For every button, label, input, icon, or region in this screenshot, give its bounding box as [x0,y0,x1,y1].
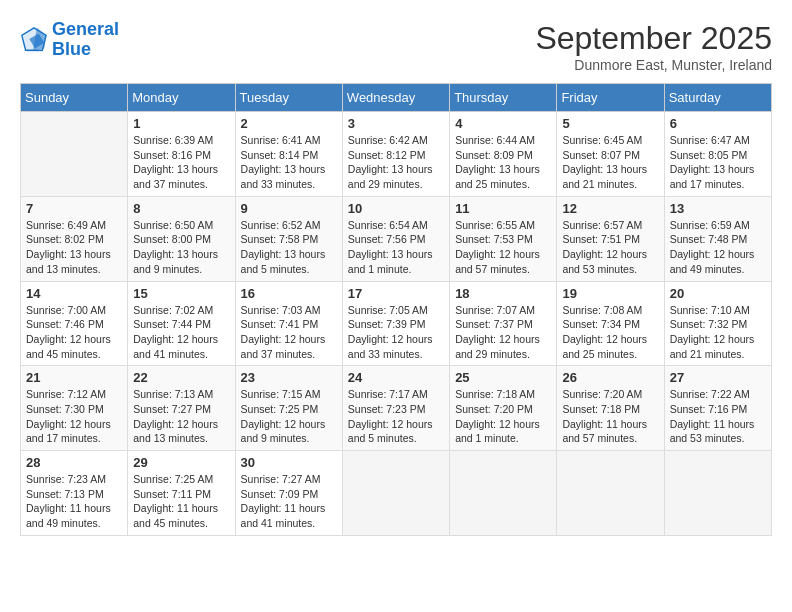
day-number: 14 [26,286,122,301]
day-number: 2 [241,116,337,131]
calendar-cell [664,451,771,536]
day-number: 11 [455,201,551,216]
day-detail: Sunrise: 7:00 AM Sunset: 7:46 PM Dayligh… [26,303,122,362]
day-number: 4 [455,116,551,131]
day-detail: Sunrise: 6:47 AM Sunset: 8:05 PM Dayligh… [670,133,766,192]
calendar-cell: 5Sunrise: 6:45 AM Sunset: 8:07 PM Daylig… [557,112,664,197]
day-number: 5 [562,116,658,131]
calendar-cell: 23Sunrise: 7:15 AM Sunset: 7:25 PM Dayli… [235,366,342,451]
day-number: 19 [562,286,658,301]
day-number: 27 [670,370,766,385]
day-detail: Sunrise: 7:07 AM Sunset: 7:37 PM Dayligh… [455,303,551,362]
day-detail: Sunrise: 6:52 AM Sunset: 7:58 PM Dayligh… [241,218,337,277]
day-detail: Sunrise: 7:27 AM Sunset: 7:09 PM Dayligh… [241,472,337,531]
calendar-cell [342,451,449,536]
calendar-cell: 3Sunrise: 6:42 AM Sunset: 8:12 PM Daylig… [342,112,449,197]
title-block: September 2025 Dunmore East, Munster, Ir… [535,20,772,73]
day-number: 29 [133,455,229,470]
calendar-cell: 30Sunrise: 7:27 AM Sunset: 7:09 PM Dayli… [235,451,342,536]
calendar-cell: 26Sunrise: 7:20 AM Sunset: 7:18 PM Dayli… [557,366,664,451]
logo-icon [20,26,48,54]
day-number: 9 [241,201,337,216]
day-detail: Sunrise: 6:42 AM Sunset: 8:12 PM Dayligh… [348,133,444,192]
day-number: 8 [133,201,229,216]
calendar-week-1: 1Sunrise: 6:39 AM Sunset: 8:16 PM Daylig… [21,112,772,197]
calendar-cell: 25Sunrise: 7:18 AM Sunset: 7:20 PM Dayli… [450,366,557,451]
calendar-cell: 8Sunrise: 6:50 AM Sunset: 8:00 PM Daylig… [128,196,235,281]
day-detail: Sunrise: 7:17 AM Sunset: 7:23 PM Dayligh… [348,387,444,446]
weekday-wednesday: Wednesday [342,84,449,112]
day-number: 24 [348,370,444,385]
calendar-week-4: 21Sunrise: 7:12 AM Sunset: 7:30 PM Dayli… [21,366,772,451]
day-detail: Sunrise: 7:20 AM Sunset: 7:18 PM Dayligh… [562,387,658,446]
calendar-cell: 22Sunrise: 7:13 AM Sunset: 7:27 PM Dayli… [128,366,235,451]
day-detail: Sunrise: 7:10 AM Sunset: 7:32 PM Dayligh… [670,303,766,362]
day-number: 1 [133,116,229,131]
calendar-cell: 27Sunrise: 7:22 AM Sunset: 7:16 PM Dayli… [664,366,771,451]
day-number: 28 [26,455,122,470]
day-number: 20 [670,286,766,301]
weekday-header-row: SundayMondayTuesdayWednesdayThursdayFrid… [21,84,772,112]
calendar-week-3: 14Sunrise: 7:00 AM Sunset: 7:46 PM Dayli… [21,281,772,366]
calendar-cell [557,451,664,536]
day-number: 16 [241,286,337,301]
day-detail: Sunrise: 7:12 AM Sunset: 7:30 PM Dayligh… [26,387,122,446]
day-number: 26 [562,370,658,385]
day-number: 7 [26,201,122,216]
day-number: 18 [455,286,551,301]
day-detail: Sunrise: 6:45 AM Sunset: 8:07 PM Dayligh… [562,133,658,192]
day-number: 23 [241,370,337,385]
calendar-cell: 17Sunrise: 7:05 AM Sunset: 7:39 PM Dayli… [342,281,449,366]
day-detail: Sunrise: 6:55 AM Sunset: 7:53 PM Dayligh… [455,218,551,277]
day-detail: Sunrise: 7:03 AM Sunset: 7:41 PM Dayligh… [241,303,337,362]
day-detail: Sunrise: 7:05 AM Sunset: 7:39 PM Dayligh… [348,303,444,362]
day-number: 25 [455,370,551,385]
calendar-cell: 16Sunrise: 7:03 AM Sunset: 7:41 PM Dayli… [235,281,342,366]
calendar-week-5: 28Sunrise: 7:23 AM Sunset: 7:13 PM Dayli… [21,451,772,536]
calendar-cell [450,451,557,536]
weekday-thursday: Thursday [450,84,557,112]
calendar-cell: 4Sunrise: 6:44 AM Sunset: 8:09 PM Daylig… [450,112,557,197]
calendar-cell: 2Sunrise: 6:41 AM Sunset: 8:14 PM Daylig… [235,112,342,197]
logo-text: GeneralBlue [52,20,119,60]
location-subtitle: Dunmore East, Munster, Ireland [535,57,772,73]
day-detail: Sunrise: 7:18 AM Sunset: 7:20 PM Dayligh… [455,387,551,446]
day-number: 22 [133,370,229,385]
day-number: 3 [348,116,444,131]
day-detail: Sunrise: 7:15 AM Sunset: 7:25 PM Dayligh… [241,387,337,446]
calendar-cell: 1Sunrise: 6:39 AM Sunset: 8:16 PM Daylig… [128,112,235,197]
calendar-cell: 12Sunrise: 6:57 AM Sunset: 7:51 PM Dayli… [557,196,664,281]
day-detail: Sunrise: 6:41 AM Sunset: 8:14 PM Dayligh… [241,133,337,192]
calendar-cell: 15Sunrise: 7:02 AM Sunset: 7:44 PM Dayli… [128,281,235,366]
calendar-body: 1Sunrise: 6:39 AM Sunset: 8:16 PM Daylig… [21,112,772,536]
calendar-cell: 18Sunrise: 7:07 AM Sunset: 7:37 PM Dayli… [450,281,557,366]
calendar-cell: 10Sunrise: 6:54 AM Sunset: 7:56 PM Dayli… [342,196,449,281]
day-number: 12 [562,201,658,216]
weekday-tuesday: Tuesday [235,84,342,112]
day-number: 13 [670,201,766,216]
day-number: 6 [670,116,766,131]
calendar-cell: 29Sunrise: 7:25 AM Sunset: 7:11 PM Dayli… [128,451,235,536]
calendar-cell: 11Sunrise: 6:55 AM Sunset: 7:53 PM Dayli… [450,196,557,281]
calendar-cell: 20Sunrise: 7:10 AM Sunset: 7:32 PM Dayli… [664,281,771,366]
calendar-cell: 28Sunrise: 7:23 AM Sunset: 7:13 PM Dayli… [21,451,128,536]
calendar-cell [21,112,128,197]
month-title: September 2025 [535,20,772,57]
calendar-cell: 7Sunrise: 6:49 AM Sunset: 8:02 PM Daylig… [21,196,128,281]
day-detail: Sunrise: 7:25 AM Sunset: 7:11 PM Dayligh… [133,472,229,531]
day-detail: Sunrise: 6:50 AM Sunset: 8:00 PM Dayligh… [133,218,229,277]
calendar-cell: 9Sunrise: 6:52 AM Sunset: 7:58 PM Daylig… [235,196,342,281]
calendar-week-2: 7Sunrise: 6:49 AM Sunset: 8:02 PM Daylig… [21,196,772,281]
calendar-cell: 6Sunrise: 6:47 AM Sunset: 8:05 PM Daylig… [664,112,771,197]
calendar-cell: 13Sunrise: 6:59 AM Sunset: 7:48 PM Dayli… [664,196,771,281]
day-number: 15 [133,286,229,301]
day-detail: Sunrise: 6:54 AM Sunset: 7:56 PM Dayligh… [348,218,444,277]
day-number: 30 [241,455,337,470]
day-detail: Sunrise: 7:13 AM Sunset: 7:27 PM Dayligh… [133,387,229,446]
weekday-saturday: Saturday [664,84,771,112]
day-detail: Sunrise: 6:39 AM Sunset: 8:16 PM Dayligh… [133,133,229,192]
weekday-friday: Friday [557,84,664,112]
page-header: GeneralBlue September 2025 Dunmore East,… [20,20,772,73]
day-detail: Sunrise: 6:57 AM Sunset: 7:51 PM Dayligh… [562,218,658,277]
weekday-monday: Monday [128,84,235,112]
